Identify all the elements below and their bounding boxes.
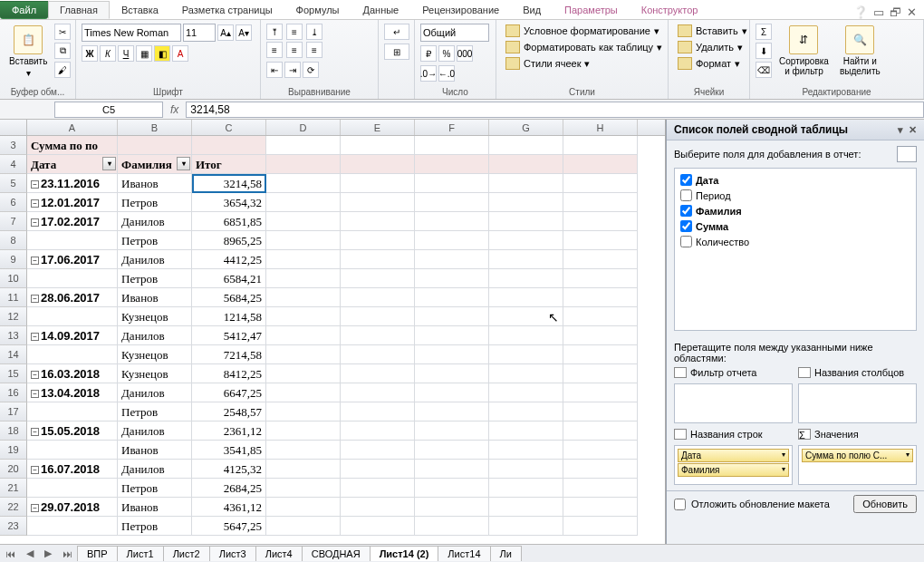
cell[interactable] [489,326,563,345]
cell[interactable] [489,498,563,517]
decrease-decimal-button[interactable]: ←.0 [438,65,455,82]
cell[interactable]: Петров [118,269,192,288]
row-header[interactable]: 16 [0,383,27,402]
comma-button[interactable]: 000 [457,45,473,62]
collapse-icon[interactable]: − [31,257,39,265]
field-checkbox[interactable] [680,220,692,232]
cell[interactable] [415,345,489,364]
cell[interactable]: −16.03.2018 [27,364,118,383]
row-header[interactable]: 23 [0,517,27,536]
cell[interactable] [341,212,415,231]
cell[interactable] [415,364,489,383]
cell[interactable]: 5412,47 [192,326,266,345]
cell[interactable]: Иванов [118,498,192,517]
cell[interactable] [266,250,341,269]
cell[interactable] [266,174,341,193]
fx-icon[interactable]: fx [170,103,178,116]
align-right-button[interactable]: ≡ [306,42,322,58]
cell[interactable] [415,212,489,231]
cell[interactable]: 8965,25 [192,231,266,250]
cell[interactable] [341,364,415,383]
tab-Данные[interactable]: Данные [351,1,410,19]
row-header[interactable]: 10 [0,269,27,288]
cell[interactable] [266,136,341,155]
tab-Вид[interactable]: Вид [511,1,553,19]
cell[interactable]: Сумма по по [27,136,118,155]
cell[interactable] [27,479,118,498]
wrap-text-button[interactable]: ↵ [384,24,409,40]
collapse-icon[interactable]: − [31,466,39,474]
update-button[interactable]: Обновить [853,495,917,513]
tab-Рецензирование[interactable]: Рецензирование [410,1,511,19]
decrease-indent-button[interactable]: ⇤ [266,62,283,78]
row-header[interactable]: 5 [0,174,27,193]
format-as-table-button[interactable]: Форматировать как таблицу ▾ [502,40,666,54]
align-top-button[interactable]: ⤒ [266,24,283,40]
collapse-icon[interactable]: − [31,333,39,341]
currency-button[interactable]: ₽ [420,45,437,62]
cell[interactable]: 4412,25 [192,250,266,269]
collapse-icon[interactable]: − [31,218,39,227]
cell[interactable]: −12.01.2017 [27,193,118,212]
col-header-D[interactable]: D [266,120,341,135]
pivot-close-icon[interactable]: ✕ [909,124,917,136]
delete-cells-button[interactable]: Удалить ▾ [674,40,746,54]
sheet-tab[interactable]: Лист4 [255,546,303,561]
cell[interactable] [341,441,415,460]
cell[interactable] [341,422,415,441]
cell[interactable]: Данилов [118,422,192,441]
cell[interactable]: −14.09.2017 [27,326,118,345]
select-all-corner[interactable] [0,120,27,135]
cell[interactable] [489,402,563,422]
formula-input[interactable] [186,102,924,118]
cell[interactable] [415,383,489,402]
row-header[interactable]: 11 [0,288,27,307]
cell[interactable] [266,383,341,402]
filter-button[interactable]: ▾ [177,157,190,170]
cell[interactable] [563,269,638,288]
cell[interactable]: −29.07.2018 [27,498,118,517]
cell[interactable] [563,231,638,250]
cell[interactable]: −17.06.2017 [27,250,118,269]
cell[interactable] [266,269,341,288]
align-bottom-button[interactable]: ⤓ [306,24,322,40]
zone-chip[interactable]: Дата▾ [678,449,789,462]
row-header[interactable]: 7 [0,212,27,231]
cell[interactable]: Петров [118,193,192,212]
collapse-icon[interactable]: − [31,295,39,303]
row-header[interactable]: 9 [0,250,27,269]
cell[interactable] [341,269,415,288]
fill-color-button[interactable]: ◧ [154,45,170,62]
cell[interactable] [341,136,415,155]
shrink-font-button[interactable]: A▾ [236,24,252,41]
defer-update-checkbox[interactable] [674,499,686,510]
align-middle-button[interactable]: ≡ [286,24,303,40]
insert-cells-button[interactable]: Вставить ▾ [674,24,751,38]
cell[interactable] [27,231,118,250]
cell[interactable]: Кузнецов [118,345,192,364]
cell[interactable] [341,231,415,250]
field-checkbox[interactable] [680,205,692,217]
find-select-button[interactable]: 🔍 Найти и выделить [836,24,884,78]
cell[interactable] [415,498,489,517]
cell[interactable]: Петров [118,231,192,250]
sheet-nav-last[interactable]: ⏭ [57,548,78,559]
cell[interactable] [415,136,489,155]
cell[interactable] [266,326,341,345]
col-header-A[interactable]: A [27,120,118,135]
cell[interactable] [266,364,341,383]
sheet-nav-first[interactable]: ⏮ [0,548,21,559]
cell[interactable] [192,136,266,155]
cell[interactable] [415,174,489,193]
cell[interactable] [415,155,489,174]
increase-decimal-button[interactable]: .0→ [420,65,437,82]
filter-button[interactable]: ▾ [102,157,116,170]
col-header-E[interactable]: E [341,120,415,135]
collapse-icon[interactable]: − [31,504,39,512]
tab-file[interactable]: Файл [0,1,48,19]
cell[interactable] [563,136,638,155]
zone-filter[interactable] [674,383,793,423]
cell[interactable]: Петров [118,517,192,536]
tab-Разметка страницы[interactable]: Разметка страницы [170,1,284,19]
cell[interactable]: 6584,21 [192,269,266,288]
